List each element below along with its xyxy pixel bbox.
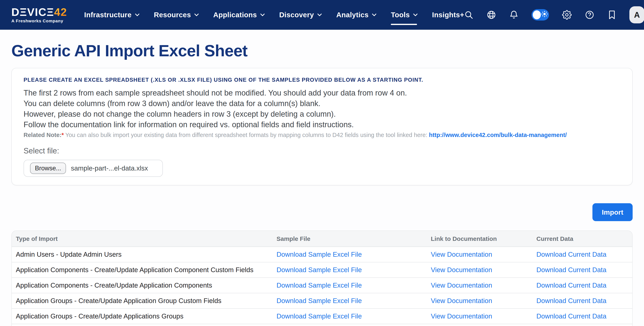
related-note-text: You can also bulk import your existing d… (64, 132, 429, 138)
sun-icon (541, 11, 548, 19)
instruction-line: However, please do not change the column… (24, 109, 620, 119)
view-documentation-link[interactable]: View Documentation (431, 281, 492, 289)
logo-tagline: A Freshworks Company (11, 19, 67, 23)
view-documentation-link[interactable]: View Documentation (431, 251, 492, 258)
menu-label: Infrastructure (84, 11, 132, 19)
menu-label: Resources (154, 11, 191, 19)
avatar[interactable]: A (630, 6, 644, 23)
instruction-line: Follow the documentation link for inform… (24, 119, 620, 130)
gear-icon[interactable] (562, 10, 572, 20)
main-content: Generic API Import Excel Sheet PLEASE CR… (0, 41, 644, 326)
related-note: Related Note:* You can also bulk import … (24, 131, 620, 139)
select-file-label: Select file: (24, 147, 620, 155)
chevron-down-icon (194, 12, 199, 17)
clipped-next-row (12, 324, 632, 326)
column-header-current-data: Current Data (532, 231, 633, 247)
main-menu: Infrastructure Resources Applications Di… (84, 6, 464, 24)
menu-label: Tools (391, 11, 410, 19)
instruction-line: The first 2 rows from each sample spread… (24, 88, 620, 98)
download-sample-link[interactable]: Download Sample Excel File (276, 251, 362, 258)
device42-app: DΞVICΞ42 A Freshworks Company Infrastruc… (0, 0, 644, 326)
import-type-cell: Application Components - Create/Update A… (12, 278, 272, 293)
chevron-down-icon (135, 12, 140, 17)
menu-item-tools[interactable]: Tools (391, 6, 417, 24)
chevron-down-icon (260, 12, 265, 17)
download-sample-link[interactable]: Download Sample Excel File (276, 312, 362, 320)
menu-item-discovery[interactable]: Discovery (279, 6, 321, 24)
import-types-table: Type of Import Sample File Link to Docum… (11, 230, 633, 326)
device42-logo[interactable]: DΞVICΞ42 A Freshworks Company (11, 6, 67, 23)
import-type-cell: Admin Users - Update Admin Users (12, 247, 272, 262)
page-title: Generic API Import Excel Sheet (11, 41, 633, 61)
required-asterisk: * (62, 132, 64, 138)
theme-toggle[interactable] (532, 9, 549, 21)
table-row: Application Components - Create/Update A… (12, 278, 633, 293)
view-documentation-link[interactable]: View Documentation (431, 312, 492, 320)
column-header-link-to-documentation: Link to Documentation (427, 231, 532, 247)
import-button-row: Import (11, 203, 633, 221)
download-sample-link[interactable]: Download Sample Excel File (276, 297, 362, 304)
download-current-data-link[interactable]: Download Current Data (536, 281, 606, 289)
import-type-cell: Application Groups - Create/Update Appli… (12, 308, 272, 324)
menu-label: Analytics (336, 11, 368, 19)
import-type-cell: Application Components - Create/Update A… (12, 262, 272, 278)
table-header-row: Type of Import Sample File Link to Docum… (12, 231, 633, 247)
table-row: Admin Users - Update Admin Users Downloa… (12, 247, 633, 262)
browse-button[interactable]: Browse... (30, 163, 66, 174)
view-documentation-link[interactable]: View Documentation (431, 297, 492, 304)
view-documentation-link[interactable]: View Documentation (431, 266, 492, 273)
chevron-down-icon (372, 12, 376, 17)
menu-item-resources[interactable]: Resources (154, 6, 198, 24)
search-icon[interactable] (464, 10, 474, 20)
selected-file-name: sample-part-...el-data.xlsx (71, 164, 148, 172)
menu-label: Discovery (279, 11, 314, 19)
chevron-down-icon (413, 12, 418, 17)
globe-icon[interactable] (486, 10, 496, 20)
download-current-data-link[interactable]: Download Current Data (536, 297, 606, 304)
import-type-cell: Application Groups - Create/Update Appli… (12, 293, 272, 308)
logo-text-device: DΞVICΞ (11, 6, 54, 18)
menu-item-infrastructure[interactable]: Infrastructure (84, 6, 139, 24)
instructions-body: The first 2 rows from each sample spread… (24, 88, 620, 130)
menu-label: Insights+ (432, 11, 464, 19)
bulk-data-management-link[interactable]: http://www.device42.com/bulk-data-manage… (429, 132, 567, 138)
logo-text-42: 42 (54, 6, 67, 18)
download-current-data-link[interactable]: Download Current Data (536, 251, 606, 258)
chevron-down-icon (317, 12, 322, 17)
help-icon[interactable] (585, 10, 594, 20)
toggle-knob (533, 10, 541, 19)
table-row: Application Groups - Create/Update Appli… (12, 308, 633, 324)
table-row: Application Components - Create/Update A… (12, 262, 633, 278)
download-current-data-link[interactable]: Download Current Data (536, 266, 606, 273)
table-row: Application Groups - Create/Update Appli… (12, 293, 633, 308)
column-header-type-of-import: Type of Import (12, 231, 272, 247)
menu-label: Applications (213, 11, 257, 19)
menu-item-insights[interactable]: Insights+ (432, 6, 464, 24)
column-header-sample-file: Sample File (272, 231, 427, 247)
bookmark-icon[interactable] (608, 10, 616, 20)
import-button[interactable]: Import (592, 203, 633, 221)
instructions-card: PLEASE CREATE AN EXCEL SPREADSHEET (.XLS… (11, 68, 633, 185)
download-current-data-link[interactable]: Download Current Data (536, 312, 606, 320)
instructions-heading: PLEASE CREATE AN EXCEL SPREADSHEET (.XLS… (24, 77, 620, 83)
bell-icon[interactable] (509, 10, 518, 20)
related-note-label: Related Note: (24, 132, 62, 138)
logo-wordmark: DΞVICΞ42 (11, 6, 67, 18)
download-sample-link[interactable]: Download Sample Excel File (276, 281, 362, 289)
file-input[interactable]: Browse... sample-part-...el-data.xlsx (24, 160, 163, 177)
navbar-icon-group: A (464, 6, 644, 23)
download-sample-link[interactable]: Download Sample Excel File (276, 266, 362, 273)
menu-item-analytics[interactable]: Analytics (336, 6, 376, 24)
menu-item-applications[interactable]: Applications (213, 6, 264, 24)
instruction-line: You can delete columns (from row 3 down)… (24, 98, 620, 109)
top-navbar: DΞVICΞ42 A Freshworks Company Infrastruc… (0, 0, 644, 30)
